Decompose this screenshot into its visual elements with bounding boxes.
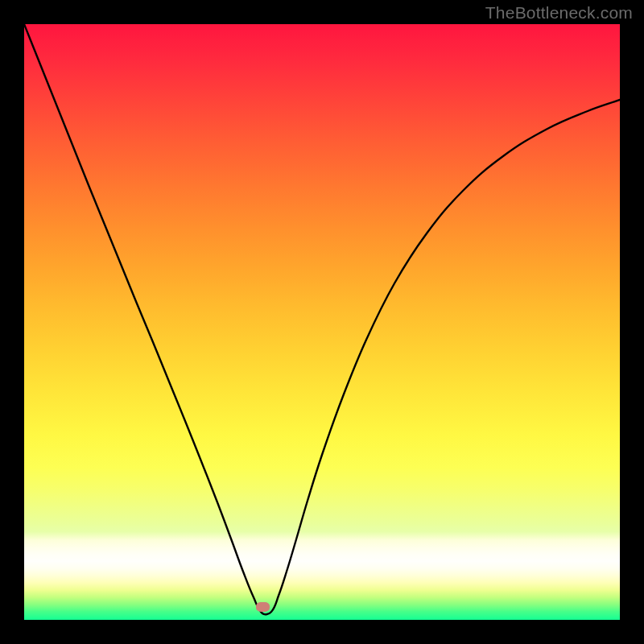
optimum-marker — [256, 602, 270, 612]
plot-area — [24, 24, 620, 620]
watermark-text: TheBottleneck.com — [485, 3, 633, 23]
chart-frame: TheBottleneck.com — [0, 0, 644, 644]
bottleneck-curve — [24, 24, 620, 620]
